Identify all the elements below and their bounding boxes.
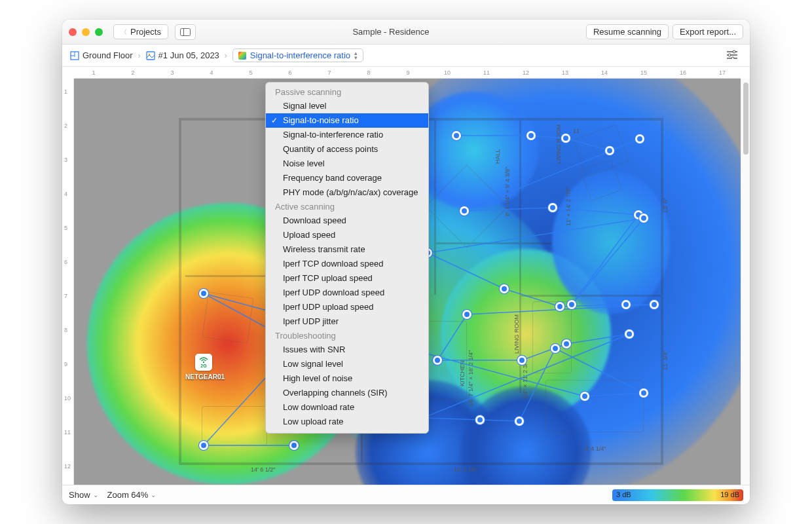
menu-item[interactable]: Iperf UDP jitter [266, 314, 428, 329]
svg-point-13 [203, 361, 204, 362]
minimize-icon[interactable] [82, 28, 90, 36]
survey-point[interactable] [625, 329, 634, 339]
survey-point[interactable] [433, 356, 442, 365]
menu-item[interactable]: Low upload rate [266, 415, 428, 429]
menu-item[interactable]: Iperf UDP upload speed [266, 300, 428, 314]
survey-point[interactable] [555, 302, 564, 311]
ruler-horizontal: 1234567891011121314151617 [74, 67, 741, 79]
visualization-icon [238, 52, 246, 60]
chevron-down-icon: ⌄ [93, 491, 98, 498]
menu-item[interactable]: Signal level [266, 99, 428, 113]
survey-point[interactable] [199, 441, 208, 450]
menu-item[interactable]: Wireless transmit rate [266, 242, 428, 257]
window-controls [69, 28, 103, 36]
survey-point[interactable] [462, 310, 471, 319]
floorplan-icon [70, 51, 79, 60]
chevron-right-icon: › [138, 51, 141, 60]
sidebar-icon [180, 28, 191, 36]
svg-rect-5 [147, 52, 155, 60]
menu-item[interactable]: Iperf TCP download speed [266, 257, 428, 271]
access-point-marker[interactable]: 2G [195, 354, 212, 371]
status-bar: Show ⌄ Zoom 64% ⌄ 3 dB 19 dB [62, 485, 750, 504]
menu-item[interactable]: Low download rate [266, 400, 428, 415]
menu-item[interactable]: Signal-to-interference ratio [266, 128, 428, 142]
sliders-icon [726, 50, 738, 59]
zoom-menu-button[interactable]: Zoom 64% ⌄ [107, 490, 157, 500]
menu-section-label: Troubleshooting [266, 329, 428, 343]
visualization-dropdown[interactable]: Signal-to-interference ratio ▴▾ [232, 48, 363, 62]
ruler-vertical: 123456789101112 [62, 79, 74, 485]
export-report-button[interactable]: Export report... [673, 24, 743, 39]
menu-section-label: Active scanning [266, 200, 428, 214]
check-icon: ✓ [271, 115, 278, 126]
menu-item[interactable]: Upload speed [266, 228, 428, 242]
breadcrumb: Ground Floor › #1 Jun 05, 2023 › Signal-… [62, 45, 750, 67]
chevron-right-icon: › [225, 51, 227, 60]
view-settings-button[interactable] [722, 47, 742, 64]
survey-point[interactable] [548, 203, 557, 212]
menu-item[interactable]: Frequency band coverage [266, 171, 428, 185]
legend-min: 3 dB [616, 491, 631, 498]
menu-item[interactable]: Quantity of access points [266, 142, 428, 157]
resume-scanning-button[interactable]: Resume scanning [586, 24, 669, 39]
updown-icon: ▴▾ [354, 51, 358, 60]
access-point-label: NETGEAR01 [185, 373, 225, 381]
app-window: 〈 Projects Sample - Residence Resume sca… [62, 20, 750, 504]
wifi-icon [199, 357, 208, 364]
survey-point[interactable] [561, 134, 570, 143]
titlebar: 〈 Projects Sample - Residence Resume sca… [62, 20, 750, 45]
scrollbar-vertical[interactable] [741, 79, 750, 485]
survey-point[interactable] [580, 392, 589, 401]
chevron-left-icon: 〈 [120, 28, 127, 37]
menu-item[interactable]: Low signal level [266, 357, 428, 371]
heatmap-viewport[interactable]: 11' LIVING ROOM 11' × 14' 2 7/8" HALL 6'… [74, 79, 741, 485]
chevron-down-icon: ⌄ [151, 491, 156, 498]
survey-point[interactable] [567, 300, 576, 309]
snapshot-icon [146, 51, 155, 60]
menu-section-label: Passive scanning [266, 85, 428, 99]
close-icon[interactable] [69, 28, 77, 36]
show-menu-button[interactable]: Show ⌄ [69, 490, 98, 500]
survey-point[interactable] [475, 415, 485, 424]
survey-point[interactable] [289, 441, 299, 450]
menu-item[interactable]: Download speed [266, 214, 428, 228]
scrollbar-thumb[interactable] [743, 83, 748, 155]
menu-item[interactable]: Issues with SNR [266, 343, 428, 357]
survey-point[interactable] [639, 388, 648, 398]
breadcrumb-snapshot[interactable]: #1 Jun 05, 2023 [146, 50, 219, 60]
survey-point[interactable] [460, 206, 469, 215]
survey-point[interactable] [605, 146, 614, 155]
menu-item[interactable]: Overlapping channels (SIR) [266, 386, 428, 400]
menu-item[interactable]: ✓Signal-to-noise ratio [266, 113, 428, 128]
legend-max: 19 dB [720, 491, 739, 498]
sidebar-toggle-button[interactable] [175, 24, 196, 40]
svg-point-10 [728, 54, 731, 56]
survey-point[interactable] [515, 417, 524, 426]
back-label: Projects [130, 27, 161, 37]
survey-point[interactable] [650, 300, 659, 309]
survey-point[interactable] [635, 134, 644, 143]
survey-point[interactable] [517, 356, 526, 365]
maximize-icon[interactable] [95, 28, 103, 36]
signal-legend: 3 dB 19 dB [612, 489, 743, 501]
window-title: Sample - Residence [202, 27, 580, 37]
menu-item[interactable]: High level of noise [266, 371, 428, 386]
survey-point[interactable] [452, 131, 461, 140]
menu-item[interactable]: PHY mode (a/b/g/n/ac/ax) coverage [266, 185, 428, 200]
survey-point[interactable] [551, 344, 560, 353]
back-button[interactable]: 〈 Projects [113, 24, 168, 39]
visualization-menu: Passive scanningSignal level✓Signal-to-n… [265, 82, 429, 434]
menu-item[interactable]: Noise level [266, 157, 428, 171]
survey-point[interactable] [199, 289, 208, 298]
menu-item[interactable]: Iperf TCP upload speed [266, 271, 428, 286]
svg-rect-0 [180, 28, 190, 35]
menu-item[interactable]: Iperf UDP download speed [266, 286, 428, 300]
svg-point-8 [733, 50, 735, 53]
survey-point[interactable] [562, 339, 571, 348]
survey-point[interactable] [500, 284, 509, 293]
canvas: 1234567891011121314151617 12345678910111… [62, 67, 750, 485]
survey-point[interactable] [526, 131, 536, 140]
survey-point[interactable] [639, 214, 648, 223]
breadcrumb-floor[interactable]: Ground Floor [70, 50, 133, 60]
survey-point[interactable] [621, 300, 631, 309]
